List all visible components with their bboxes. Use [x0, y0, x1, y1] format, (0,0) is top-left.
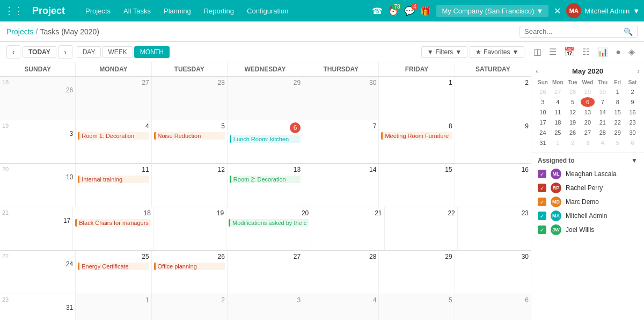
clock-view-icon[interactable]: ●	[613, 46, 624, 58]
mini-cal-day[interactable]: 29	[610, 128, 625, 137]
mini-cal-next[interactable]: ›	[637, 67, 640, 75]
cal-cell-22-4[interactable]: 28	[303, 251, 379, 294]
cal-cell-20-5[interactable]: 15	[379, 164, 455, 207]
mini-cal-day[interactable]: 16	[625, 107, 640, 117]
cal-cell-20-4[interactable]: 14	[303, 164, 379, 207]
filters-button[interactable]: ▼ Filters ▼	[421, 46, 467, 58]
nav-reporting[interactable]: Reporting	[199, 5, 239, 17]
nav-all-tasks[interactable]: All Tasks	[118, 5, 156, 17]
close-icon[interactable]: ✕	[554, 6, 561, 16]
cal-cell-21-4[interactable]: 21	[311, 207, 384, 250]
calendar-event[interactable]: Lunch Room: kitchen	[230, 135, 301, 143]
nav-configuration[interactable]: Configuration	[241, 5, 294, 17]
cal-cell-20-2[interactable]: 12	[152, 164, 228, 207]
cal-cell-23-3[interactable]: 3	[228, 294, 303, 320]
cal-cell-22-5[interactable]: 29	[379, 251, 455, 294]
calendar-event[interactable]: Internal training	[78, 176, 149, 183]
cal-cell-22-6[interactable]: 30	[455, 251, 531, 294]
cal-cell-23-1[interactable]: 1	[76, 294, 151, 320]
cal-cell-22-0[interactable]: 2224	[0, 251, 76, 294]
cal-cell-20-3[interactable]: 13Room 2: Decoration	[228, 164, 303, 207]
chevron-down-icon[interactable]: ▼	[631, 157, 638, 164]
cal-cell-22-2[interactable]: 26Office planning	[152, 251, 228, 294]
cal-cell-21-6[interactable]: 23	[458, 207, 531, 250]
calendar-event[interactable]: Room 2: Decoration	[230, 176, 301, 183]
cal-cell-18-0[interactable]: 1826	[0, 77, 76, 120]
mini-cal-prev[interactable]: ‹	[536, 67, 538, 75]
mini-cal-day[interactable]: 4	[551, 97, 565, 107]
mini-cal-day[interactable]: 7	[595, 97, 610, 107]
mini-cal-day[interactable]: 18	[551, 118, 565, 127]
nav-projects[interactable]: Projects	[80, 5, 116, 17]
cal-cell-23-6[interactable]: 6	[455, 294, 531, 320]
mini-cal-day[interactable]: 3	[536, 97, 550, 107]
mini-cal-day[interactable]: 27	[581, 128, 595, 137]
calendar-event[interactable]: Energy Certificate	[78, 263, 149, 270]
cal-cell-20-0[interactable]: 2010	[0, 164, 76, 207]
calendar-event[interactable]: Meeting Room Furniture	[381, 132, 452, 140]
cal-cell-23-0[interactable]: 2331	[0, 294, 76, 320]
mini-cal-day[interactable]: 2	[566, 138, 580, 148]
mini-cal-day[interactable]: 4	[595, 138, 610, 148]
mini-cal-day[interactable]: 15	[610, 107, 625, 117]
mini-cal-day[interactable]: 29	[581, 87, 595, 97]
grid-icon[interactable]: ⋮⋮	[4, 5, 24, 17]
mini-cal-day[interactable]: 25	[551, 128, 565, 137]
company-selector[interactable]: My Company (San Francisco) ▼	[436, 5, 548, 17]
assigned-checkbox[interactable]: ✓	[538, 212, 546, 220]
mini-cal-day[interactable]: 6	[625, 138, 640, 148]
calendar-event[interactable]: Black Chairs for managers	[75, 219, 151, 227]
mini-cal-day[interactable]: 31	[536, 138, 550, 148]
assigned-checkbox[interactable]: ✓	[538, 198, 546, 206]
week-view-button[interactable]: WEEK	[102, 46, 133, 58]
favorites-button[interactable]: ★ Favorites ▼	[470, 46, 524, 58]
mini-cal-day[interactable]: 5	[610, 138, 625, 148]
day-view-button[interactable]: DAY	[77, 46, 101, 58]
next-button[interactable]: ›	[58, 45, 72, 59]
cal-cell-19-3[interactable]: 6Lunch Room: kitchen	[228, 120, 303, 163]
mini-cal-day[interactable]: 5	[566, 97, 580, 107]
gift-icon[interactable]: 🎁	[420, 6, 431, 16]
cal-cell-19-0[interactable]: 193	[0, 120, 76, 163]
cal-cell-19-5[interactable]: 8Meeting Room Furniture	[379, 120, 455, 163]
mini-cal-day[interactable]: 12	[566, 107, 580, 117]
cal-cell-19-4[interactable]: 7	[303, 120, 379, 163]
mini-cal-day[interactable]: 30	[625, 128, 640, 137]
calendar-event[interactable]: Office planning	[154, 263, 225, 270]
search-input[interactable]	[524, 27, 624, 35]
cal-cell-19-1[interactable]: 4Room 1: Decoration	[76, 120, 151, 163]
cal-cell-23-2[interactable]: 2	[152, 294, 228, 320]
mini-cal-day[interactable]: 28	[595, 128, 610, 137]
cal-cell-18-1[interactable]: 27	[76, 77, 151, 120]
user-menu[interactable]: MA Mitchell Admin ▼	[566, 3, 640, 18]
mini-cal-day[interactable]: 13	[581, 107, 595, 117]
chat-icon[interactable]: 💬 4	[404, 6, 415, 16]
mini-cal-day[interactable]: 27	[551, 87, 565, 97]
today-button[interactable]: TODAY	[23, 46, 56, 58]
cal-cell-19-2[interactable]: 5Noise Reduction	[152, 120, 228, 163]
timer-icon[interactable]: ⏰ 78	[388, 6, 399, 16]
cal-cell-18-6[interactable]: 2	[455, 77, 531, 120]
mini-cal-day[interactable]: 23	[625, 118, 640, 127]
cal-cell-19-6[interactable]: 9	[455, 120, 531, 163]
cal-cell-18-4[interactable]: 30	[303, 77, 379, 120]
mini-cal-day[interactable]: 10	[536, 107, 550, 117]
mini-cal-day[interactable]: 21	[595, 118, 610, 127]
calendar-event[interactable]: Modifications asked by the c	[229, 219, 309, 227]
mini-cal-day[interactable]: 17	[536, 118, 550, 127]
list-view-icon[interactable]: ☰	[546, 46, 559, 58]
month-view-button[interactable]: MONTH	[134, 46, 170, 58]
mini-cal-day[interactable]: 22	[610, 118, 625, 127]
cal-cell-21-2[interactable]: 19	[153, 207, 226, 250]
mini-cal-day[interactable]: 6	[581, 97, 595, 107]
calendar-event[interactable]: Noise Reduction	[154, 132, 225, 140]
cal-cell-21-0[interactable]: 2117	[0, 207, 73, 250]
mini-cal-day[interactable]: 24	[536, 128, 550, 137]
table-view-icon[interactable]: ☷	[580, 46, 592, 58]
cal-cell-18-3[interactable]: 29	[228, 77, 303, 120]
mini-cal-day[interactable]: 2	[625, 87, 640, 97]
mini-cal-day[interactable]: 26	[536, 87, 550, 97]
assigned-checkbox[interactable]: ✓	[538, 184, 546, 192]
assigned-checkbox[interactable]: ✓	[538, 170, 546, 178]
cal-cell-20-6[interactable]: 16	[455, 164, 531, 207]
